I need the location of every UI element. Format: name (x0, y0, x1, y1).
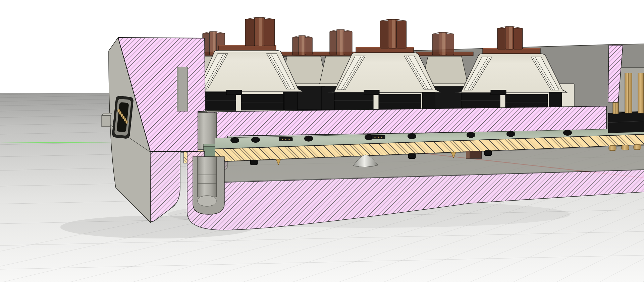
header-pin-end (622, 145, 629, 150)
switch-stem (432, 32, 454, 55)
hotswap-socket (372, 135, 385, 139)
usb-plug-tab (102, 113, 112, 127)
switch-stem (292, 36, 312, 55)
switch-stem (380, 19, 406, 48)
switch-stem (245, 17, 275, 46)
wall-slot (177, 67, 188, 111)
switch-peg (484, 151, 492, 156)
hotswap-socket (279, 137, 292, 141)
switch-row-front (191, 50, 567, 93)
cad-viewport[interactable] (0, 0, 644, 282)
screw-boss-bore (193, 157, 224, 214)
switch-peg (250, 160, 258, 165)
smd-component-face (466, 151, 470, 158)
switch-stem (497, 26, 523, 49)
switch-peg (408, 154, 416, 159)
header-pin-end (609, 146, 616, 151)
switch-stem (330, 29, 352, 55)
header-pin-end (634, 145, 641, 150)
